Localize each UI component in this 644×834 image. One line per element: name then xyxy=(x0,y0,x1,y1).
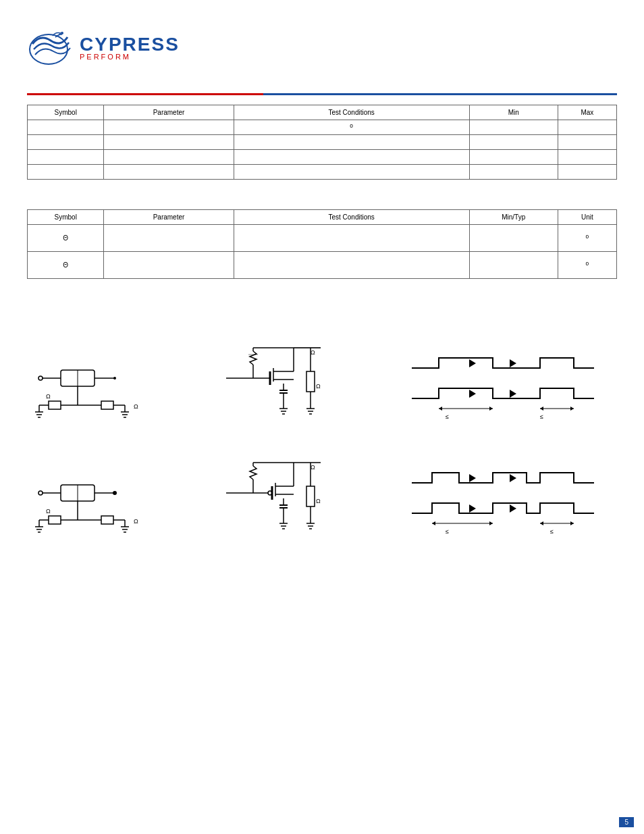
table1-cell xyxy=(104,120,234,135)
circuit2-row1-svg: Ω xyxy=(216,344,398,452)
svg-rect-73 xyxy=(49,516,61,524)
table1-header-conditions: Test Conditions xyxy=(234,105,469,120)
svg-marker-59 xyxy=(489,407,493,411)
svg-text:≤: ≤ xyxy=(446,413,449,420)
svg-text:Ω: Ω xyxy=(311,464,315,471)
svg-marker-118 xyxy=(510,504,516,513)
svg-marker-58 xyxy=(439,407,442,411)
svg-marker-125 xyxy=(570,521,574,525)
circuit3-row2: ≤ ≤ xyxy=(405,459,617,569)
table2-cell xyxy=(104,225,234,252)
table1-cell xyxy=(28,120,104,135)
svg-point-65 xyxy=(38,491,43,495)
table1-header-parameter: Parameter xyxy=(104,105,234,120)
table2-cell xyxy=(469,252,558,279)
table2: Symbol Parameter Test Conditions Min/Typ… xyxy=(27,209,617,279)
table1-cell xyxy=(104,165,234,180)
table2-cell-unit1: o xyxy=(558,225,616,252)
table1-cell xyxy=(28,150,104,165)
svg-text:Ω: Ω xyxy=(311,349,315,356)
brand-tagline: PERFORM xyxy=(80,53,180,61)
table2-header-mintyp: Min/Typ xyxy=(469,210,558,225)
svg-marker-56 xyxy=(510,390,516,398)
svg-marker-117 xyxy=(469,504,476,513)
table1-cell xyxy=(28,165,104,180)
table1-cell xyxy=(104,150,234,165)
table2-cell xyxy=(234,225,469,252)
svg-text:Ω: Ω xyxy=(134,403,138,410)
svg-text:≤: ≤ xyxy=(550,528,554,535)
table1-cell xyxy=(558,120,616,135)
circuit1-row2-svg: Ω Ω xyxy=(27,459,209,567)
table2-header-unit: Unit xyxy=(558,210,616,225)
svg-rect-108 xyxy=(306,486,315,506)
table1-grid: Symbol Parameter Test Conditions Min Max… xyxy=(27,105,617,180)
table1-cell xyxy=(234,165,469,180)
table2-cell xyxy=(234,252,469,279)
table1-cell xyxy=(104,135,234,150)
svg-marker-64 xyxy=(570,407,574,411)
table1-cell xyxy=(558,150,616,165)
svg-text:Ω: Ω xyxy=(316,383,321,390)
table1-cell xyxy=(234,135,469,150)
table1-row xyxy=(28,135,617,150)
table2-grid: Symbol Parameter Test Conditions Min/Typ… xyxy=(27,209,617,279)
svg-marker-53 xyxy=(469,359,476,367)
table1-cell: o xyxy=(234,120,469,135)
header-divider xyxy=(27,93,617,95)
circuit2-row2: Ω xyxy=(216,459,398,569)
table1-header-row: Symbol Parameter Test Conditions Min Max xyxy=(28,105,617,120)
table1-cell xyxy=(558,135,616,150)
svg-rect-81 xyxy=(101,516,113,524)
circuit2-row2-svg: Ω xyxy=(216,459,398,567)
svg-marker-121 xyxy=(489,521,493,525)
svg-marker-55 xyxy=(469,390,476,398)
page-footer: 5 xyxy=(619,817,634,827)
svg-marker-120 xyxy=(432,521,435,525)
svg-marker-63 xyxy=(540,407,543,411)
circuit-diagrams-row2: Ω Ω Ω xyxy=(27,459,617,569)
brand-text: CYPRESS PERFORM xyxy=(80,34,180,61)
circuit3-row1-svg: ≤ ≤ xyxy=(405,344,608,452)
table1-cell xyxy=(28,135,104,150)
table2-cell-theta1: Θ xyxy=(28,225,104,252)
svg-marker-116 xyxy=(510,474,516,482)
svg-point-70 xyxy=(113,491,117,495)
cypress-logo xyxy=(27,24,74,71)
table1-cell xyxy=(469,150,558,165)
table2-header-parameter: Parameter xyxy=(104,210,234,225)
svg-marker-115 xyxy=(469,474,476,482)
svg-text:≤: ≤ xyxy=(540,413,543,420)
circuit2-row1: Ω xyxy=(216,344,398,454)
table1-cell xyxy=(558,165,616,180)
table1-row: o xyxy=(28,120,617,135)
circuit-row-2: Ω Ω Ω xyxy=(27,459,617,569)
table2-cell-theta2: Θ xyxy=(28,252,104,279)
table2-header-symbol: Symbol xyxy=(28,210,104,225)
table1: Symbol Parameter Test Conditions Min Max… xyxy=(27,105,617,180)
header: CYPRESS PERFORM xyxy=(0,0,644,95)
table2-cell xyxy=(469,225,558,252)
circuit-row-1: Ω Ω Ω xyxy=(27,344,617,454)
circuit1-row2: Ω Ω xyxy=(27,459,209,569)
svg-text:Ω: Ω xyxy=(316,498,321,504)
table1-header-symbol: Symbol xyxy=(28,105,104,120)
page-number: 5 xyxy=(624,818,628,826)
table1-row xyxy=(28,165,617,180)
svg-point-1 xyxy=(61,32,63,34)
table2-row2: Θ o xyxy=(28,252,617,279)
table1-cell xyxy=(469,135,558,150)
svg-rect-45 xyxy=(306,371,315,392)
table1-cell xyxy=(469,165,558,180)
svg-rect-18 xyxy=(101,401,113,409)
table1-header-unit: Max xyxy=(558,105,616,120)
svg-text:Ω: Ω xyxy=(46,508,51,515)
table2-header-row: Symbol Parameter Test Conditions Min/Typ… xyxy=(28,210,617,225)
svg-point-7 xyxy=(113,377,116,380)
svg-text:≤: ≤ xyxy=(446,528,449,535)
circuit1-row1-svg: Ω Ω xyxy=(27,344,209,452)
table2-cell-unit2: o xyxy=(558,252,616,279)
svg-rect-10 xyxy=(49,401,61,409)
circuit-diagrams-row1: Ω Ω Ω xyxy=(27,344,617,454)
table2-cell xyxy=(104,252,234,279)
